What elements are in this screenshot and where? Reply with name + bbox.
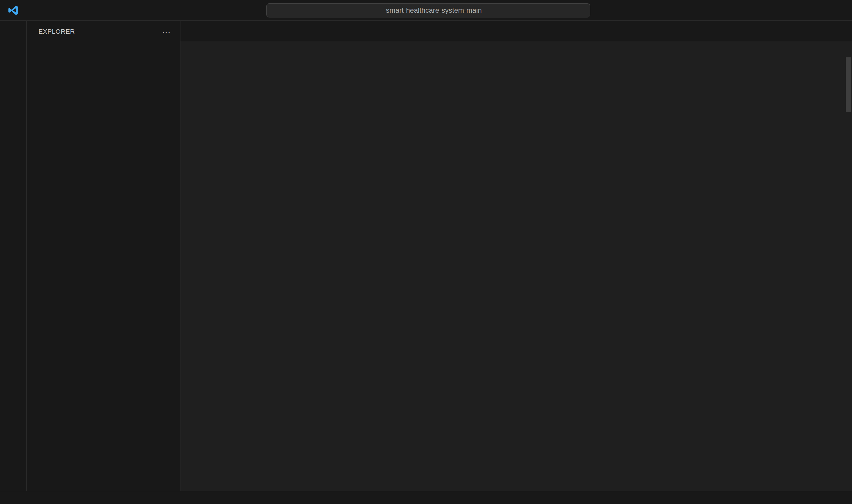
tab-bar [180,21,852,41]
editor-area [180,21,852,491]
forward-arrow-icon[interactable] [249,5,259,15]
chevron-down-icon [611,7,617,14]
status-bar [0,491,852,504]
command-center-search[interactable]: smart-healthcare-system-main [266,3,590,17]
vscode-logo [8,5,19,16]
explorer-title: EXPLORER [38,28,75,36]
breadcrumb [180,41,852,55]
explorer-sidebar: EXPLORER ⋯ [26,21,180,491]
activity-bar [0,21,26,491]
back-arrow-icon[interactable] [231,5,241,15]
explorer-actions-icon[interactable]: ⋯ [162,26,171,37]
code-editor[interactable] [180,55,852,491]
search-value: smart-healthcare-system-main [386,6,482,15]
editor-scrollbar[interactable] [846,57,851,112]
copilot-menu[interactable] [598,0,617,21]
search-icon [375,6,382,14]
file-tree [26,42,180,491]
title-bar: smart-healthcare-system-main [0,0,852,21]
copilot-icon [598,5,608,15]
